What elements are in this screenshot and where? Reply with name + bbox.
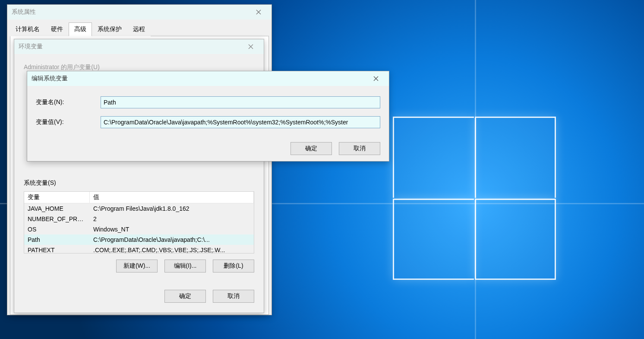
env-cancel-button[interactable]: 取消: [213, 290, 254, 303]
variable-name-input[interactable]: [101, 96, 380, 108]
variable-value-input[interactable]: [101, 116, 380, 128]
system-properties-titlebar[interactable]: 系统属性: [7, 5, 271, 19]
close-icon[interactable]: [367, 73, 385, 84]
system-properties-tabs: 计算机名 硬件 高级 系统保护 远程: [7, 19, 271, 36]
tab-computer-name[interactable]: 计算机名: [10, 22, 45, 36]
system-properties-title: 系统属性: [12, 8, 250, 16]
column-variable[interactable]: 变量: [24, 192, 90, 203]
close-icon[interactable]: [242, 41, 259, 52]
sys-delete-button[interactable]: 删除(L): [213, 260, 254, 272]
table-row[interactable]: Path C:\ProgramData\Oracle\Java\javapath…: [24, 234, 254, 245]
tab-remote[interactable]: 远程: [127, 22, 151, 36]
environment-variables-title: 环境变量: [19, 43, 242, 51]
variable-value-label: 变量值(V):: [36, 118, 101, 126]
edit-ok-button[interactable]: 确定: [290, 142, 332, 155]
close-icon[interactable]: [250, 6, 267, 18]
sys-new-button[interactable]: 新建(W)...: [116, 260, 158, 272]
table-row[interactable]: JAVA_HOME C:\Program Files\Java\jdk1.8.0…: [24, 203, 254, 214]
system-variables-label: 系统变量(S): [24, 179, 254, 187]
environment-variables-titlebar[interactable]: 环境变量: [14, 39, 264, 54]
system-variables-body[interactable]: JAVA_HOME C:\Program Files\Java\jdk1.8.0…: [24, 203, 254, 253]
edit-system-variable-dialog: 编辑系统变量 变量名(N): 变量值(V): 确定 取消: [27, 71, 389, 162]
table-row[interactable]: NUMBER_OF_PRO... 2: [24, 214, 254, 224]
edit-dialog-title: 编辑系统变量: [32, 75, 367, 82]
tab-advanced[interactable]: 高级: [69, 22, 92, 36]
env-ok-button[interactable]: 确定: [164, 290, 206, 303]
column-value[interactable]: 值: [90, 192, 254, 203]
tab-hardware[interactable]: 硬件: [45, 22, 69, 36]
system-variables-table[interactable]: 变量 值 JAVA_HOME C:\Program Files\Java\jdk…: [24, 191, 254, 253]
edit-dialog-titlebar[interactable]: 编辑系统变量: [27, 71, 389, 86]
table-row[interactable]: OS Windows_NT: [24, 224, 254, 234]
tab-system-protection[interactable]: 系统保护: [92, 22, 127, 36]
sys-edit-button[interactable]: 编辑(I)...: [164, 260, 206, 272]
table-row[interactable]: PATHEXT .COM;.EXE;.BAT;.CMD;.VBS;.VBE;.J…: [24, 245, 254, 253]
edit-cancel-button[interactable]: 取消: [339, 142, 380, 155]
user-variables-label: Administrator 的用户变量(U): [24, 63, 254, 71]
variable-name-label: 变量名(N):: [36, 98, 101, 106]
